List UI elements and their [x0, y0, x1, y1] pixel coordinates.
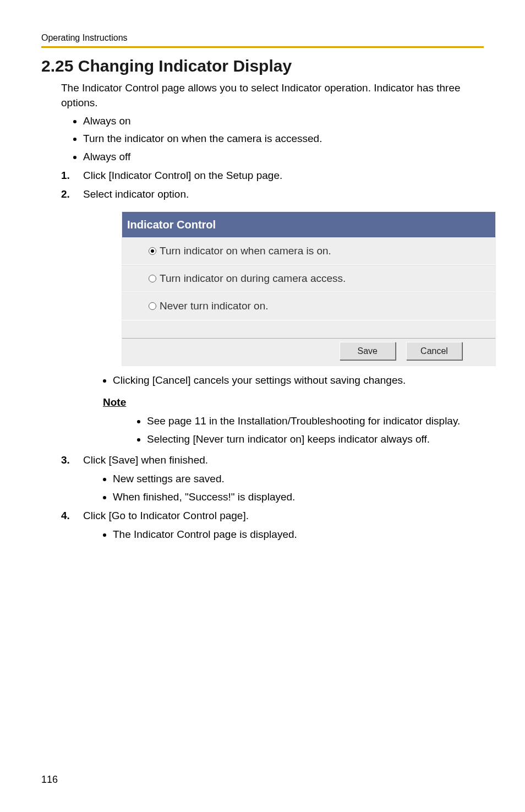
option-list: Always on Turn the indicator on when the… [61, 112, 484, 166]
radio-icon[interactable] [149, 275, 156, 282]
intro-text: The Indicator Control page allows you to… [61, 81, 484, 110]
list-item: Selecting [Never turn indicator on] keep… [147, 430, 484, 448]
list-item: See page 11 in the Installation/Troubles… [147, 412, 484, 430]
step-4-sub-list: The Indicator Control page is displayed. [101, 526, 484, 543]
radio-label: Never turn indicator on. [160, 297, 269, 315]
list-item: Always on [83, 112, 484, 130]
step-2: 2. Select indicator option. Indicator Co… [83, 186, 484, 448]
step-text: Click [Indicator Control] on the Setup p… [83, 170, 282, 181]
page-number: 116 [41, 774, 58, 786]
note-list: See page 11 in the Installation/Troubles… [123, 412, 484, 448]
list-item: When finished, "Success!" is displayed. [113, 488, 484, 506]
step-number: 2. [61, 186, 70, 203]
cancel-button[interactable]: Cancel [406, 342, 462, 360]
step-number: 4. [61, 507, 70, 525]
step-number: 1. [61, 167, 70, 184]
save-button[interactable]: Save [340, 342, 396, 360]
page: Operating Instructions 2.25 Changing Ind… [0, 0, 525, 812]
radio-icon[interactable] [149, 302, 156, 310]
step-text: Click [Go to Indicator Control page]. [83, 510, 249, 521]
radio-label: Turn indicator on when camera is on. [160, 242, 331, 260]
step-2-after-list: Clicking [Cancel] cancels your settings … [101, 372, 484, 389]
panel-buttons: Save Cancel [122, 339, 495, 366]
list-item: Clicking [Cancel] cancels your settings … [113, 372, 484, 389]
list-item: Turn the indicator on when the camera is… [83, 130, 484, 148]
page-title: 2.25 Changing Indicator Display [41, 57, 484, 75]
note-label: Note [103, 394, 484, 411]
step-text: Click [Save] when finished. [83, 454, 208, 466]
indicator-control-panel: Indicator Control Turn indicator on when… [122, 211, 496, 366]
radio-option-never[interactable]: Never turn indicator on. [122, 292, 495, 320]
radio-option-access[interactable]: Turn indicator on during camera access. [122, 265, 495, 292]
list-item: New settings are saved. [113, 470, 484, 488]
step-3: 3. Click [Save] when finished. New setti… [83, 451, 484, 506]
panel-spacer [122, 320, 495, 339]
step-1: 1. Click [Indicator Control] on the Setu… [83, 167, 484, 184]
step-number: 3. [61, 451, 70, 469]
panel-title: Indicator Control [122, 212, 495, 237]
radio-label: Turn indicator on during camera access. [160, 270, 346, 287]
step-text: Select indicator option. [83, 188, 189, 200]
list-item: Always off [83, 148, 484, 166]
list-item: The Indicator Control page is displayed. [113, 526, 484, 543]
radio-icon[interactable] [149, 247, 156, 255]
header-label: Operating Instructions [41, 33, 484, 48]
radio-option-on[interactable]: Turn indicator on when camera is on. [122, 237, 495, 265]
steps-list: 1. Click [Indicator Control] on the Setu… [61, 167, 484, 543]
step-3-sub-list: New settings are saved. When finished, "… [101, 470, 484, 506]
step-4: 4. Click [Go to Indicator Control page].… [83, 507, 484, 544]
